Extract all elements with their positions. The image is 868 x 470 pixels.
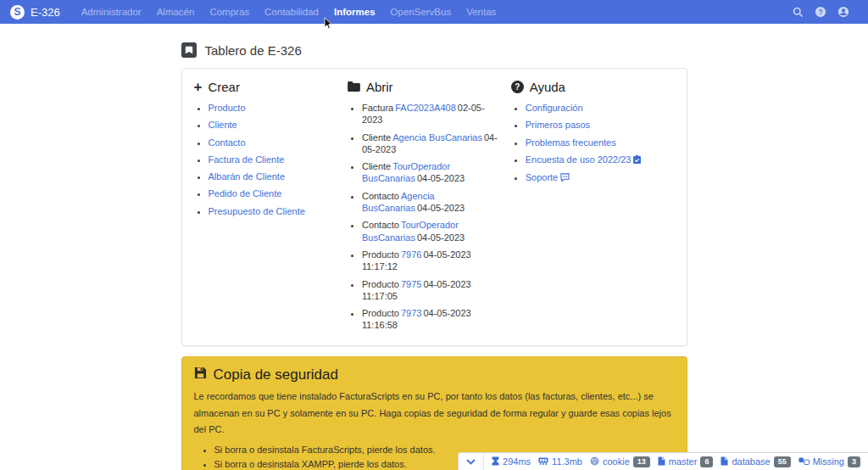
- list-item: ContactoAgencia BusCanarias04-05-2023: [362, 190, 504, 215]
- help-column: ? Ayuda Configuración Primeros pasos Pro…: [511, 80, 675, 337]
- memory-icon: [538, 456, 548, 467]
- create-link-contacto[interactable]: Contacto: [209, 137, 246, 148]
- debug-memory[interactable]: 11.3mb: [538, 456, 582, 467]
- clipboard-check-icon: [633, 154, 641, 166]
- menu-item-ventas[interactable]: Ventas: [459, 7, 504, 17]
- list-item: Albarán de Cliente: [209, 171, 341, 182]
- hourglass-icon: [492, 456, 499, 467]
- list-item: Producto797304-05-2023 11:16:58: [362, 307, 504, 332]
- open-link[interactable]: FAC2023A408: [395, 103, 456, 113]
- create-link-albaran-cliente[interactable]: Albarán de Cliente: [209, 171, 286, 182]
- debug-cookie[interactable]: cookie 13: [590, 456, 650, 467]
- question-circle-icon: ?: [511, 81, 524, 93]
- debug-missing[interactable]: Missing 3: [798, 456, 860, 467]
- user-icon[interactable]: [837, 6, 849, 18]
- create-link-pedido-cliente[interactable]: Pedido de Cliente: [209, 188, 282, 199]
- database-file-icon: [721, 456, 728, 467]
- menu-item-informes[interactable]: Informes: [326, 7, 383, 17]
- folder-icon: [348, 80, 360, 94]
- help-link-configuracion[interactable]: Configuración: [526, 103, 583, 113]
- menu-item-openservbus[interactable]: OpenServBus: [383, 7, 459, 17]
- list-item: Contacto: [209, 137, 341, 148]
- create-link-producto[interactable]: Producto: [209, 103, 246, 113]
- count-badge: 55: [774, 456, 791, 467]
- list-item: Cliente: [209, 119, 341, 131]
- list-item: Primeros pasos: [526, 119, 675, 131]
- count-badge: 6: [700, 456, 713, 467]
- count-badge: 3: [848, 456, 860, 467]
- create-heading: + Crear: [194, 80, 341, 94]
- open-link[interactable]: 7973: [401, 308, 421, 318]
- list-item: Encuesta de uso 2022/23: [526, 154, 675, 166]
- list-item: ClienteTourOperador BusCanarias04-05-202…: [362, 160, 504, 185]
- list-item: Pedido de Cliente: [209, 187, 341, 199]
- debug-master[interactable]: master 6: [658, 456, 714, 467]
- open-heading: Abrir: [348, 80, 504, 94]
- menu-item-administrador[interactable]: Administrador: [74, 7, 149, 17]
- help-heading: ? Ayuda: [511, 80, 675, 94]
- list-item: Presupuesto de Cliente: [209, 205, 341, 217]
- help-link-problemas-frecuentes[interactable]: Problemas frecuentes: [526, 137, 616, 148]
- help-link-soporte[interactable]: Soporte: [526, 172, 559, 182]
- missing-translations-icon: [798, 456, 810, 467]
- cookie-icon: [590, 456, 599, 467]
- open-link[interactable]: 7976: [401, 249, 421, 260]
- page-title: Tablero de E-326: [205, 43, 302, 58]
- file-icon: [658, 456, 665, 467]
- mouse-cursor: [324, 17, 333, 33]
- chevron-down-icon[interactable]: [459, 453, 484, 470]
- help-link-encuesta[interactable]: Encuesta de uso 2022/23: [526, 154, 632, 165]
- debug-bar: 294ms 11.3mb cookie 13 master 6 database…: [458, 452, 868, 470]
- search-icon[interactable]: [793, 7, 804, 18]
- menu-item-almacen[interactable]: Almacén: [149, 7, 203, 17]
- list-item: Factura de Cliente: [209, 154, 341, 165]
- shortcuts-card: + Crear Producto Cliente Contacto Factur…: [181, 68, 687, 346]
- create-link-cliente[interactable]: Cliente: [209, 120, 237, 130]
- app-logo-icon: S: [10, 5, 25, 20]
- menu-item-contabilidad[interactable]: Contabilidad: [257, 7, 326, 17]
- backup-paragraph: Le recordamos que tiene instalado Factur…: [194, 389, 675, 439]
- dashboard-icon: [181, 42, 197, 58]
- debug-database[interactable]: database 55: [721, 456, 790, 467]
- create-link-factura-cliente[interactable]: Factura de Cliente: [209, 154, 285, 165]
- help-link-primeros-pasos[interactable]: Primeros pasos: [526, 120, 590, 130]
- menu-item-compras[interactable]: Compras: [202, 7, 257, 17]
- plus-icon: +: [194, 80, 203, 94]
- list-item: FacturaFAC2023A40802-05-2023: [362, 102, 504, 126]
- svg-text:?: ?: [818, 8, 822, 16]
- top-navbar: S E-326 Administrador Almacén Compras Co…: [0, 0, 868, 24]
- debug-time[interactable]: 294ms: [492, 456, 531, 467]
- backup-heading: Copia de seguridad: [194, 366, 675, 383]
- list-item: Producto797604-05-2023 11:17:12: [362, 249, 504, 273]
- open-column: Abrir FacturaFAC2023A40802-05-2023 Clien…: [348, 80, 511, 337]
- main-menu: Administrador Almacén Compras Contabilid…: [74, 7, 504, 17]
- list-item: Configuración: [526, 102, 675, 114]
- list-item: ClienteAgencia BusCanarias04-05-2023: [362, 131, 504, 156]
- open-link[interactable]: Agencia BusCanarias: [392, 132, 482, 143]
- create-column: + Crear Producto Cliente Contacto Factur…: [194, 80, 348, 337]
- help-icon[interactable]: ?: [815, 6, 826, 18]
- create-link-presupuesto-cliente[interactable]: Presupuesto de Cliente: [209, 206, 305, 216]
- brand[interactable]: S E-326: [10, 5, 60, 20]
- list-item: Producto: [209, 102, 341, 114]
- open-link[interactable]: 7975: [401, 279, 421, 289]
- count-badge: 13: [633, 456, 650, 467]
- list-item: Soporte: [526, 171, 675, 184]
- list-item: Producto797504-05-2023 11:17:05: [362, 278, 504, 303]
- comment-dots-icon: [560, 172, 570, 184]
- list-item: ContactoTourOperador BusCanarias04-05-20…: [362, 219, 504, 243]
- brand-name: E-326: [31, 6, 60, 19]
- floppy-icon: [194, 366, 207, 383]
- list-item: Problemas frecuentes: [526, 137, 675, 148]
